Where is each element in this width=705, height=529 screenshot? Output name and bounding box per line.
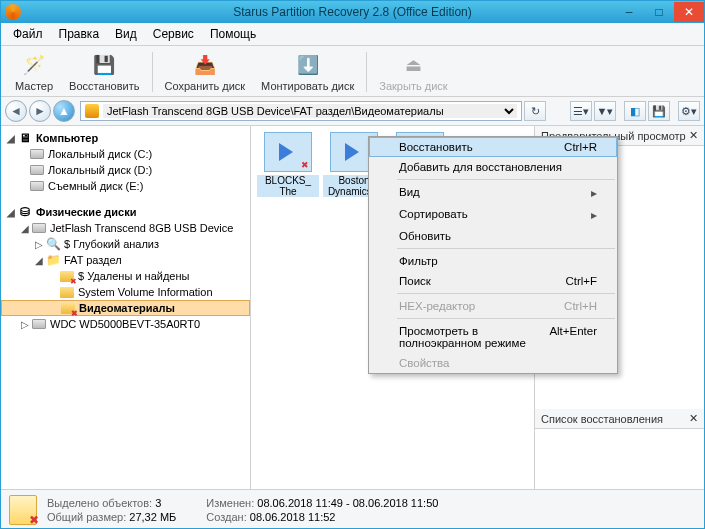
drive-icon [29, 147, 45, 161]
ctx-search[interactable]: ПоискCtrl+F [369, 271, 617, 291]
disks-icon: ⛁ [17, 205, 33, 219]
drive-icon [31, 221, 47, 235]
ctx-hex: HEX-редакторCtrl+H [369, 296, 617, 316]
view-mode-button[interactable]: ☰▾ [570, 101, 592, 121]
context-menu: ВосстановитьCtrl+R Добавить для восстано… [368, 136, 618, 374]
status-size-value: 27,32 МБ [129, 511, 176, 523]
status-modified-label: Изменен: [206, 497, 254, 509]
wizard-button[interactable]: 🪄Мастер [7, 50, 61, 94]
ctx-refresh[interactable]: Обновить [369, 226, 617, 246]
filter-button[interactable]: ▼▾ [594, 101, 616, 121]
computer-icon: 🖥 [17, 131, 33, 145]
tree-drive-c[interactable]: Локальный диск (C:) [48, 148, 152, 160]
drive-icon [31, 317, 47, 331]
close-panel-button[interactable]: ✕ [689, 129, 698, 142]
analysis-icon: 🔍 [45, 237, 61, 251]
tree-drive-e[interactable]: Съемный диск (E:) [48, 180, 143, 192]
nav-forward-button[interactable]: ► [29, 100, 51, 122]
ctx-add[interactable]: Добавить для восстановления [369, 157, 617, 177]
expand-icon[interactable]: ◢ [19, 223, 31, 234]
refresh-button[interactable]: ↻ [524, 101, 546, 121]
save-disk-button[interactable]: 📥Сохранить диск [157, 50, 254, 94]
expand-icon[interactable]: ▷ [33, 239, 45, 250]
drive-icon [29, 179, 45, 193]
options-button[interactable]: ⚙▾ [678, 101, 700, 121]
status-created-label: Создан: [206, 511, 246, 523]
tree-panel: ◢🖥Компьютер Локальный диск (C:) Локальны… [1, 126, 251, 489]
drive-icon [29, 163, 45, 177]
expand-icon[interactable]: ◢ [33, 255, 45, 266]
wand-icon: 🪄 [21, 52, 47, 78]
toolbar: 🪄Мастер 💾Восстановить 📥Сохранить диск ⬇️… [1, 46, 704, 97]
path-box[interactable]: JetFlash Transcend 8GB USB Device\FAT ра… [80, 101, 522, 121]
deleted-folder-icon [60, 301, 76, 315]
nav-back-button[interactable]: ◄ [5, 100, 27, 122]
ctx-filter[interactable]: Фильтр [369, 251, 617, 271]
tree-computer[interactable]: Компьютер [36, 132, 98, 144]
status-bar: Выделено объектов: 3 Общий размер: 27,32… [1, 489, 704, 529]
tree-deleted[interactable]: $ Удалены и найдены [78, 270, 189, 282]
ctx-fullscreen[interactable]: Просмотреть в полноэкранном режимеAlt+En… [369, 321, 617, 353]
nav-up-button[interactable]: ▲ [53, 100, 75, 122]
menu-bar: Файл Правка Вид Сервис Помощь [1, 23, 704, 46]
save-toggle-button[interactable]: 💾 [648, 101, 670, 121]
menu-service[interactable]: Сервис [147, 25, 200, 43]
restore-button[interactable]: 💾Восстановить [61, 50, 147, 94]
status-size-label: Общий размер: [47, 511, 126, 523]
app-icon [5, 4, 21, 20]
path-input[interactable]: JetFlash Transcend 8GB USB Device\FAT ра… [103, 104, 517, 118]
title-bar: Starus Partition Recovery 2.8 (Office Ed… [1, 1, 704, 23]
selection-folder-icon [9, 495, 37, 525]
status-modified-value: 08.06.2018 11:49 - 08.06.2018 11:50 [257, 497, 438, 509]
file-item[interactable]: BLOCKS_ The instrument ... [257, 132, 319, 197]
tree-wdc[interactable]: WDC WD5000BEVT-35A0RT0 [50, 318, 200, 330]
ctx-sort[interactable]: Сортировать [369, 204, 617, 226]
tree-deep[interactable]: $ Глубокий анализ [64, 238, 159, 250]
disk-save-icon: 📥 [192, 52, 218, 78]
expand-icon[interactable]: ◢ [5, 133, 17, 144]
address-bar: ◄ ► ▲ JetFlash Transcend 8GB USB Device\… [1, 97, 704, 126]
close-disk-icon: ⏏ [400, 52, 426, 78]
mount-disk-button[interactable]: ⬇️Монтировать диск [253, 50, 362, 94]
status-selected-count: 3 [155, 497, 161, 509]
tree-svi[interactable]: System Volume Information [78, 286, 213, 298]
partition-icon: 📁 [45, 253, 61, 267]
deleted-folder-icon [59, 269, 75, 283]
tree-drive-d[interactable]: Локальный диск (D:) [48, 164, 152, 176]
folder-icon [59, 285, 75, 299]
save-icon: 💾 [91, 52, 117, 78]
preview-toggle-button[interactable]: ◧ [624, 101, 646, 121]
ctx-properties: Свойства [369, 353, 617, 373]
ctx-restore[interactable]: ВосстановитьCtrl+R [369, 137, 617, 157]
maximize-button[interactable]: □ [644, 2, 674, 22]
tree-fat[interactable]: FAT раздел [64, 254, 122, 266]
minimize-button[interactable]: – [614, 2, 644, 22]
tree-video[interactable]: Видеоматериалы [79, 302, 175, 314]
menu-help[interactable]: Помощь [204, 25, 262, 43]
menu-view[interactable]: Вид [109, 25, 143, 43]
ctx-view[interactable]: Вид [369, 182, 617, 204]
status-selected-label: Выделено объектов: [47, 497, 152, 509]
expand-icon[interactable]: ◢ [5, 207, 17, 218]
video-file-icon [264, 132, 312, 172]
recovery-list-body [535, 429, 704, 489]
status-created-value: 08.06.2018 11:52 [250, 511, 336, 523]
window-title: Starus Partition Recovery 2.8 (Office Ed… [233, 5, 472, 19]
expand-icon[interactable]: ▷ [19, 319, 31, 330]
drive-icon [85, 104, 99, 118]
mount-icon: ⬇️ [295, 52, 321, 78]
close-panel-button[interactable]: ✕ [689, 412, 698, 425]
close-button[interactable]: ✕ [674, 2, 704, 22]
menu-file[interactable]: Файл [7, 25, 49, 43]
close-disk-button: ⏏Закрыть диск [371, 50, 455, 94]
menu-edit[interactable]: Правка [53, 25, 106, 43]
recovery-list-header: Список восстановления✕ [535, 409, 704, 429]
tree-usb[interactable]: JetFlash Transcend 8GB USB Device [50, 222, 233, 234]
tree-physical[interactable]: Физические диски [36, 206, 136, 218]
